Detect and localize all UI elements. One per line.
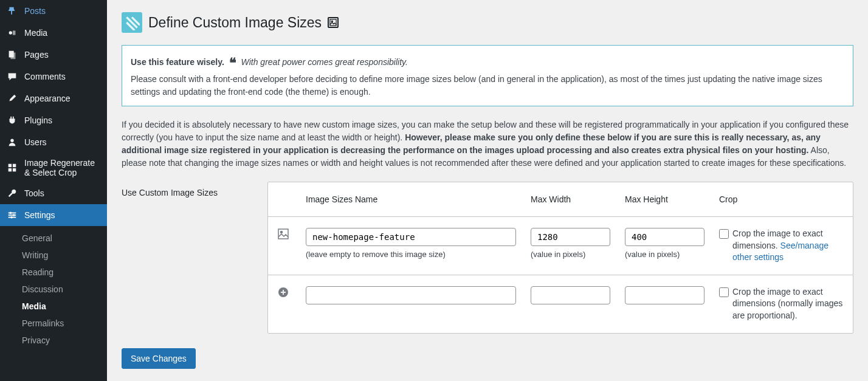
sidebar-item-settings[interactable]: Settings bbox=[0, 204, 107, 226]
crop-label: Crop the image to exact dimensions. See/… bbox=[719, 228, 846, 264]
submenu-item-writing[interactable]: Writing bbox=[0, 247, 107, 264]
quote-icon: ❝ bbox=[229, 55, 236, 70]
svg-point-12 bbox=[13, 214, 15, 216]
main-content: Define Custom Image Sizes Use this featu… bbox=[107, 0, 868, 381]
svg-rect-16 bbox=[278, 229, 288, 239]
px-hint: (value in pixels) bbox=[531, 250, 610, 259]
sidebar-item-label: Tools bbox=[24, 188, 44, 198]
svg-rect-6 bbox=[9, 168, 12, 171]
sidebar-item-label: Posts bbox=[24, 6, 46, 16]
admin-sidebar: Posts Media Pages Comments Appearance Pl… bbox=[0, 0, 107, 381]
size-name-input[interactable] bbox=[306, 228, 516, 246]
crop-checkbox[interactable] bbox=[719, 229, 729, 239]
crop-text: Crop the image to exact dimensions (norm… bbox=[732, 286, 846, 322]
info-box: Use this feature wisely. ❝ With great po… bbox=[122, 45, 853, 106]
crop-text: Crop the image to exact dimensions. See/… bbox=[732, 228, 846, 264]
image-icon bbox=[277, 228, 289, 240]
sidebar-item-label: Settings bbox=[24, 210, 55, 220]
wrench-icon bbox=[6, 187, 18, 199]
sidebar-item-comments[interactable]: Comments bbox=[0, 66, 107, 88]
pin-icon bbox=[6, 5, 18, 17]
plus-circle-icon[interactable] bbox=[277, 286, 289, 298]
brush-icon bbox=[6, 92, 18, 105]
page-title: Define Custom Image Sizes bbox=[148, 15, 322, 31]
sidebar-item-label: Comments bbox=[24, 72, 66, 81]
sidebar-item-plugins[interactable]: Plugins bbox=[0, 109, 107, 131]
px-hint: (value in pixels) bbox=[625, 250, 704, 259]
sidebar-item-appearance[interactable]: Appearance bbox=[0, 88, 107, 109]
save-button[interactable]: Save Changes bbox=[122, 348, 196, 369]
info-quote: With great power comes great responsibil… bbox=[241, 57, 408, 67]
description-text: If you decided it is absolutely necessar… bbox=[122, 118, 853, 170]
sliders-icon bbox=[6, 209, 18, 221]
sizes-table: Image Sizes Name Max Width Max Height Cr… bbox=[267, 182, 853, 334]
submenu-item-privacy[interactable]: Privacy bbox=[0, 332, 107, 349]
size-width-input[interactable] bbox=[531, 286, 610, 304]
svg-rect-7 bbox=[13, 168, 16, 171]
info-bold: Use this feature wisely. bbox=[131, 57, 224, 67]
size-height-input[interactable] bbox=[625, 228, 704, 246]
form-label: Use Custom Image Sizes bbox=[122, 182, 243, 197]
svg-rect-14 bbox=[330, 19, 336, 26]
svg-point-13 bbox=[10, 216, 13, 219]
settings-submenu: General Writing Reading Discussion Media… bbox=[0, 226, 107, 352]
sidebar-item-users[interactable]: Users bbox=[0, 131, 107, 153]
crop-label: Crop the image to exact dimensions (norm… bbox=[719, 286, 846, 322]
sidebar-item-label: Pages bbox=[24, 50, 49, 60]
size-name-input[interactable] bbox=[306, 286, 516, 304]
submenu-item-permalinks[interactable]: Permalinks bbox=[0, 315, 107, 332]
table-row: (leave empty to remove this image size) … bbox=[268, 217, 853, 275]
info-body: Please consult with a front-end develope… bbox=[131, 74, 822, 97]
sidebar-item-label: Appearance bbox=[24, 94, 71, 103]
user-icon bbox=[6, 136, 18, 148]
pages-icon bbox=[6, 49, 18, 61]
sidebar-item-label: Plugins bbox=[24, 115, 52, 125]
sidebar-item-tools[interactable]: Tools bbox=[0, 182, 107, 204]
page-title-row: Define Custom Image Sizes bbox=[122, 12, 853, 33]
svg-point-17 bbox=[281, 232, 283, 233]
image-icon bbox=[328, 17, 339, 28]
comments-icon bbox=[6, 70, 18, 83]
sidebar-item-pages[interactable]: Pages bbox=[0, 44, 107, 66]
sidebar-item-label: Media bbox=[24, 28, 47, 38]
sidebar-item-image-regen[interactable]: Image Regenerate & Select Crop bbox=[0, 153, 107, 182]
submenu-item-media[interactable]: Media bbox=[0, 298, 107, 315]
submenu-item-reading[interactable]: Reading bbox=[0, 264, 107, 281]
size-width-input[interactable] bbox=[531, 228, 610, 246]
grid-icon bbox=[6, 162, 18, 174]
plug-icon bbox=[6, 114, 18, 126]
svg-point-3 bbox=[10, 139, 13, 142]
sidebar-item-label: Image Regenerate & Select Crop bbox=[24, 158, 101, 177]
th-name: Image Sizes Name bbox=[298, 182, 523, 217]
svg-rect-4 bbox=[9, 164, 12, 167]
submenu-item-general[interactable]: General bbox=[0, 230, 107, 247]
sidebar-item-media[interactable]: Media bbox=[0, 22, 107, 44]
name-hint: (leave empty to remove this image size) bbox=[306, 250, 516, 259]
svg-point-15 bbox=[331, 21, 332, 22]
th-crop: Crop bbox=[712, 182, 853, 217]
form-section: Use Custom Image Sizes Image Sizes Name … bbox=[122, 182, 853, 334]
plugin-logo-icon bbox=[122, 12, 142, 33]
size-height-input[interactable] bbox=[625, 286, 704, 304]
svg-point-11 bbox=[10, 212, 12, 215]
th-width: Max Width bbox=[523, 182, 618, 217]
th-height: Max Height bbox=[618, 182, 712, 217]
sidebar-item-label: Users bbox=[24, 137, 47, 147]
svg-rect-5 bbox=[13, 164, 16, 167]
sidebar-item-posts[interactable]: Posts bbox=[0, 0, 107, 22]
crop-checkbox[interactable] bbox=[719, 287, 729, 297]
submenu-item-discussion[interactable]: Discussion bbox=[0, 281, 107, 298]
table-row: Crop the image to exact dimensions (norm… bbox=[268, 275, 853, 332]
svg-rect-2 bbox=[10, 52, 15, 59]
svg-point-0 bbox=[9, 31, 12, 34]
media-icon bbox=[6, 27, 18, 39]
